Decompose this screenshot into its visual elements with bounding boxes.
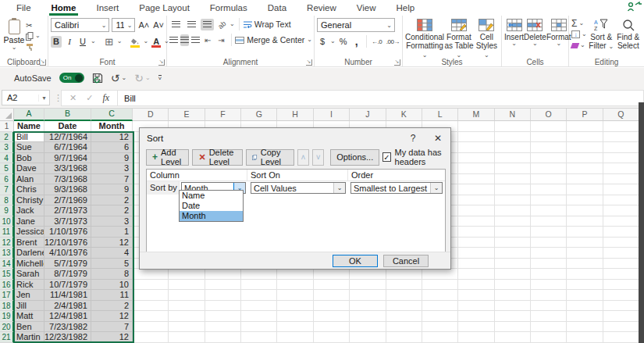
cell[interactable]: 3/3/1968 <box>44 163 91 174</box>
cell[interactable]: Dave <box>14 163 44 174</box>
cell[interactable] <box>314 301 350 312</box>
cell[interactable] <box>241 311 277 322</box>
cell[interactable] <box>603 132 639 143</box>
cell[interactable] <box>567 332 603 343</box>
cell[interactable] <box>567 227 603 238</box>
cell[interactable]: 9 <box>91 153 133 164</box>
cell[interactable] <box>495 269 531 280</box>
decrease-font-size-button[interactable]: A˅ <box>152 20 165 31</box>
cell[interactable] <box>458 301 494 312</box>
cell[interactable] <box>458 248 494 259</box>
cell[interactable] <box>603 332 639 343</box>
cell[interactable] <box>458 269 494 280</box>
cell[interactable]: 6/7/1964 <box>44 142 91 153</box>
cell[interactable]: 10/7/1979 <box>44 280 91 291</box>
cell[interactable]: 2 <box>91 195 133 206</box>
cell[interactable] <box>277 269 313 280</box>
cell[interactable] <box>495 311 531 322</box>
cell[interactable] <box>531 205 567 216</box>
cell[interactable]: Chris <box>14 184 44 195</box>
cell[interactable] <box>495 301 531 312</box>
cancel-entry-icon[interactable]: ✕ <box>69 93 76 103</box>
name-box[interactable]: A2 ▾ <box>2 90 50 105</box>
cell[interactable] <box>495 153 531 164</box>
format-painter-button[interactable] <box>26 42 41 52</box>
order-combobox[interactable]: Smallest to Largest ⌄ <box>350 182 443 194</box>
cell[interactable] <box>531 280 567 291</box>
column-header-i[interactable]: I <box>314 109 350 121</box>
cell[interactable] <box>495 216 531 227</box>
clear-button[interactable]: ⌄ <box>571 41 589 50</box>
cell[interactable] <box>531 142 567 153</box>
save-button[interactable] <box>92 73 103 84</box>
cell[interactable] <box>495 174 531 185</box>
align-middle-button[interactable] <box>185 19 198 30</box>
align-top-button[interactable] <box>169 19 183 30</box>
tab-view[interactable]: View <box>347 1 386 16</box>
cell[interactable]: 3 <box>91 163 133 174</box>
increase-decimal-button[interactable]: ←.0 <box>371 36 383 48</box>
tab-data[interactable]: Data <box>258 1 297 16</box>
percent-style-button[interactable]: % <box>338 36 349 48</box>
cell[interactable] <box>458 332 494 343</box>
dialog-launcher-icon[interactable]: ↘ <box>394 59 400 66</box>
cell[interactable]: Brent <box>14 238 44 248</box>
cell[interactable] <box>531 163 567 174</box>
cell[interactable]: 3/7/1973 <box>44 216 91 227</box>
cell[interactable] <box>133 311 169 322</box>
column-header-j[interactable]: J <box>350 109 386 121</box>
cell[interactable] <box>603 142 639 153</box>
insert-cells-button[interactable]: Insert ⌄ <box>504 18 524 55</box>
dropdown-option-month[interactable]: Month <box>180 211 243 221</box>
autosum-button[interactable]: Σ⌄ <box>571 19 589 28</box>
bold-button[interactable]: B <box>51 36 62 48</box>
cell[interactable] <box>495 322 531 333</box>
cell[interactable] <box>531 216 567 227</box>
cell[interactable] <box>531 121 567 132</box>
cell[interactable] <box>205 322 241 333</box>
cell[interactable] <box>169 311 205 322</box>
ok-button[interactable]: OK <box>333 255 378 267</box>
cell[interactable] <box>241 322 277 333</box>
cell[interactable]: 12/7/1964 <box>44 132 91 143</box>
column-header-e[interactable]: E <box>169 109 205 121</box>
cell[interactable]: Jessica <box>14 227 44 238</box>
increase-indent-button[interactable]: ⇥ <box>216 34 227 46</box>
cell[interactable] <box>458 280 494 291</box>
cell[interactable] <box>531 248 567 259</box>
cell[interactable] <box>241 332 277 343</box>
cell[interactable]: 2 <box>91 205 133 216</box>
cell[interactable] <box>350 311 386 322</box>
cell[interactable] <box>169 301 205 312</box>
accounting-format-button[interactable]: $ <box>317 36 328 48</box>
cell[interactable] <box>495 332 531 343</box>
cell[interactable]: 3 <box>91 216 133 227</box>
cell[interactable]: 7 <box>91 322 133 333</box>
cell[interactable] <box>422 322 458 333</box>
cell[interactable]: 4 <box>91 248 133 259</box>
number-format-combobox[interactable]: General ⌄ <box>317 18 395 32</box>
fill-button[interactable]: ↓⌄ <box>571 30 589 39</box>
cell[interactable] <box>567 248 603 259</box>
cell[interactable] <box>603 205 639 216</box>
cell[interactable]: Darlene <box>14 248 44 259</box>
cell[interactable] <box>531 153 567 164</box>
cell[interactable] <box>531 227 567 238</box>
cell[interactable]: Date <box>44 121 91 132</box>
cell[interactable]: Bill <box>14 132 44 143</box>
select-all-corner[interactable] <box>0 109 14 121</box>
align-center-button[interactable] <box>180 34 189 46</box>
sort-filter-button[interactable]: AZ Sort & Filter ⌄ <box>589 18 614 55</box>
increase-font-size-button[interactable]: A˄ <box>137 20 150 31</box>
cell[interactable] <box>567 311 603 322</box>
column-header-q[interactable]: Q <box>603 109 639 121</box>
cell[interactable] <box>386 290 422 301</box>
dialog-launcher-icon[interactable]: ↘ <box>40 59 46 66</box>
cell[interactable] <box>567 153 603 164</box>
cell[interactable]: 1/10/1976 <box>44 227 91 238</box>
cell[interactable] <box>603 184 639 195</box>
cell[interactable] <box>422 301 458 312</box>
copy-level-button[interactable]: Copy Level <box>246 149 294 166</box>
cell[interactable] <box>314 311 350 322</box>
tab-formulas[interactable]: Formulas <box>200 1 258 16</box>
